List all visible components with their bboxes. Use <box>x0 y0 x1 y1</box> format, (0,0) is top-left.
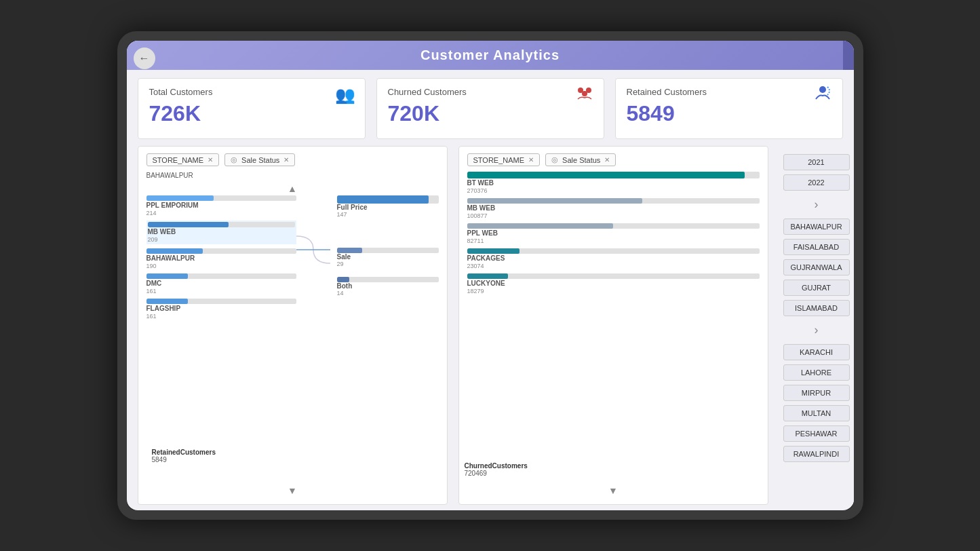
side-city-arrow-right[interactable]: › <box>783 320 850 340</box>
left-panel-filters: STORE_NAME ✕ ◎ Sale Status ✕ <box>146 153 439 166</box>
left-sale-fp-value: 147 <box>337 211 439 218</box>
kpi-total-value: 726K <box>149 101 201 126</box>
left-bar-ppl-label: PPL EMPORIUM <box>146 202 296 209</box>
city-faisalabad[interactable]: FAISALABAD <box>783 239 850 255</box>
right-bar-pplweb-value: 82711 <box>467 238 760 244</box>
retained-summary-value: 5849 <box>152 456 216 463</box>
left-bar-mb: MB WEB 209 <box>146 221 296 244</box>
left-bar-flagship-value: 161 <box>146 313 296 320</box>
right-bar-mbweb: MB WEB 100877 <box>467 198 760 219</box>
left-sale-filter-close[interactable]: ✕ <box>283 156 289 164</box>
right-store-filter[interactable]: STORE_NAME ✕ <box>467 153 541 166</box>
left-sale-both: Both 14 <box>337 277 439 297</box>
svg-point-2 <box>582 91 587 96</box>
left-bar-bah: BAHAWALPUR 190 <box>146 248 296 269</box>
svg-point-3 <box>819 86 826 93</box>
churned-summary: ChurnedCustomers 720469 <box>465 462 528 477</box>
left-panel: STORE_NAME ✕ ◎ Sale Status ✕ BAHAWALPUR … <box>138 146 448 505</box>
left-store-filter[interactable]: STORE_NAME ✕ <box>146 153 220 166</box>
left-sale-filter-label: Sale Status <box>241 156 279 164</box>
left-store-filter-label: STORE_NAME <box>153 156 204 164</box>
right-panel: STORE_NAME ✕ ◎ Sale Status ✕ BT WEB <box>458 146 768 505</box>
left-sale-fp-label: Full Price <box>337 204 439 211</box>
left-panel-inner: PPL EMPORIUM 214 MB WEB 209 BAHAWALP <box>146 195 439 484</box>
kpi-retained-customers: Retained Customers 5849 <box>615 78 843 139</box>
right-bar-btweb-value: 270376 <box>467 187 760 194</box>
city-karachi[interactable]: KARACHI <box>783 344 850 360</box>
city-lahore[interactable]: LAHORE <box>783 364 850 381</box>
right-store-filter-label: STORE_NAME <box>473 156 525 164</box>
right-bar-pplweb: PPL WEB 82711 <box>467 223 760 244</box>
tablet-frame: ⊞ ← Customer Analytics Total Customers 7… <box>117 31 863 520</box>
left-store-filter-close[interactable]: ✕ <box>208 156 213 164</box>
left-store-bars: PPL EMPORIUM 214 MB WEB 209 BAHAWALP <box>146 195 296 484</box>
kpi-row: Total Customers 726K 👥 Churned Customers… <box>127 70 854 146</box>
right-bar-pplweb-label: PPL WEB <box>467 229 760 237</box>
screen: ← Customer Analytics Total Customers 726… <box>127 41 854 510</box>
kpi-churned-title: Churned Customers <box>388 87 467 97</box>
right-bar-lucky: LUCKYONE 18279 <box>467 273 760 294</box>
kpi-total-title: Total Customers <box>149 87 213 97</box>
side-year-arrow-right[interactable]: › <box>783 195 850 214</box>
right-bar-lucky-label: LUCKYONE <box>467 280 760 287</box>
left-sale-filter[interactable]: ◎ Sale Status ✕ <box>224 153 295 166</box>
city-peshawar[interactable]: PESHAWAR <box>783 425 850 442</box>
left-bar-mb-label: MB WEB <box>148 228 295 235</box>
kpi-total-icon: 👥 <box>335 86 355 104</box>
city-bahawalpur[interactable]: BAHAWALPUR <box>783 218 850 235</box>
city-gujrat[interactable]: GUJRAT <box>783 280 850 296</box>
right-panel-filters: STORE_NAME ✕ ◎ Sale Status ✕ <box>467 153 760 166</box>
back-button[interactable]: ← <box>134 48 155 69</box>
kpi-retained-icon <box>812 86 833 104</box>
city-mirpur[interactable]: MIRPUR <box>783 385 850 401</box>
kpi-retained-title: Retained Customers <box>627 87 707 97</box>
left-sale-both-value: 14 <box>337 290 439 297</box>
page-header: Customer Analytics <box>127 41 854 70</box>
right-bar-btweb-label: BT WEB <box>467 179 760 187</box>
connector-area <box>296 195 330 484</box>
right-store-filter-close[interactable]: ✕ <box>528 156 534 164</box>
right-sale-filter-label: Sale Status <box>562 156 600 164</box>
churned-summary-value: 720469 <box>465 470 528 477</box>
side-filters-panel: 2021 2022 › BAHAWALPUR FAISALABAD GUJRAN… <box>779 146 854 505</box>
left-bar-dmc-label: DMC <box>146 280 296 287</box>
right-bar-packages-label: PACKAGES <box>467 254 760 262</box>
city-gujranwala[interactable]: GUJRANWALA <box>783 259 850 276</box>
right-filter-icon: ◎ <box>551 155 558 164</box>
header-side-bar <box>843 41 854 70</box>
right-bar-mbweb-label: MB WEB <box>467 204 760 212</box>
right-chevron-down[interactable]: ▼ <box>467 484 760 497</box>
left-location-label: BAHAWALPUR <box>146 172 439 179</box>
page-title: Customer Analytics <box>420 48 560 62</box>
left-bar-flagship-label: FLAGSHIP <box>146 305 296 312</box>
right-sale-filter-close[interactable]: ✕ <box>604 156 610 164</box>
left-sale-sale: Sale 29 <box>337 248 439 267</box>
right-bar-btweb: BT WEB 270376 <box>467 172 760 194</box>
kpi-total-customers: Total Customers 726K 👥 <box>138 78 366 139</box>
city-islamabad[interactable]: ISLAMABAD <box>783 300 850 316</box>
filter-location-icon: ◎ <box>231 155 237 164</box>
left-bar-flagship: FLAGSHIP 161 <box>146 299 296 320</box>
kpi-churned-value: 720K <box>388 101 440 126</box>
left-bar-ppl: PPL EMPORIUM 214 <box>146 195 296 216</box>
left-chevron-down[interactable]: ▼ <box>146 484 439 497</box>
right-store-bars: BT WEB 270376 MB WEB 100877 PPL WEB 8271… <box>467 172 760 484</box>
year-filter-2022[interactable]: 2022 <box>783 174 850 191</box>
left-sale-fp: Full Price 147 <box>337 195 439 218</box>
churned-summary-label: ChurnedCustomers <box>465 462 528 470</box>
city-multan[interactable]: MULTAN <box>783 405 850 421</box>
kpi-retained-value: 5849 <box>627 101 675 126</box>
year-filter-2021[interactable]: 2021 <box>783 154 850 170</box>
right-sale-filter[interactable]: ◎ Sale Status ✕ <box>545 153 616 166</box>
left-sale-sale-value: 29 <box>337 261 439 267</box>
left-chevron-up[interactable]: ▲ <box>146 182 439 195</box>
right-bar-mbweb-value: 100877 <box>467 212 760 219</box>
left-sale-sale-label: Sale <box>337 253 439 261</box>
city-rawalpindi[interactable]: RAWALPINDI <box>783 446 850 462</box>
right-bar-packages-value: 23074 <box>467 263 760 269</box>
retained-summary-label: RetainedCustomers <box>152 449 216 456</box>
kpi-churned-icon <box>575 86 594 104</box>
left-bar-bah-label: BAHAWALPUR <box>146 254 296 262</box>
right-bar-lucky-value: 18279 <box>467 288 760 294</box>
left-bar-dmc: DMC 161 <box>146 273 296 294</box>
